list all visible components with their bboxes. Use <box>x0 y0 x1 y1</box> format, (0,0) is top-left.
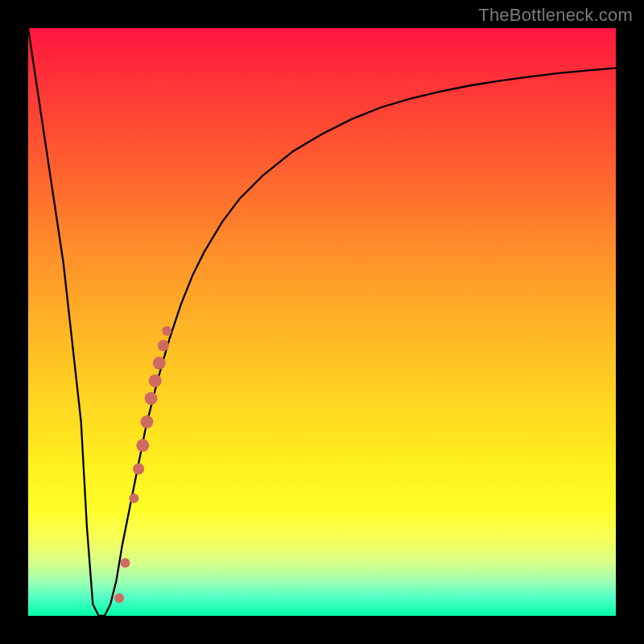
bottleneck-curve <box>28 28 616 616</box>
data-marker <box>136 439 149 452</box>
watermark-text: TheBottleneck.com <box>478 5 633 26</box>
plot-area <box>28 28 616 616</box>
chart-frame: TheBottleneck.com <box>0 0 644 644</box>
data-marker <box>141 415 154 428</box>
data-marker <box>114 593 124 603</box>
data-marker <box>149 374 162 387</box>
data-marker <box>153 357 166 369</box>
data-marker <box>129 493 138 503</box>
marker-layer <box>114 326 171 603</box>
data-marker <box>162 326 171 336</box>
data-marker <box>121 558 130 568</box>
curve-layer <box>28 28 616 616</box>
data-marker <box>133 464 144 475</box>
data-marker <box>158 340 169 351</box>
data-marker <box>145 392 158 405</box>
